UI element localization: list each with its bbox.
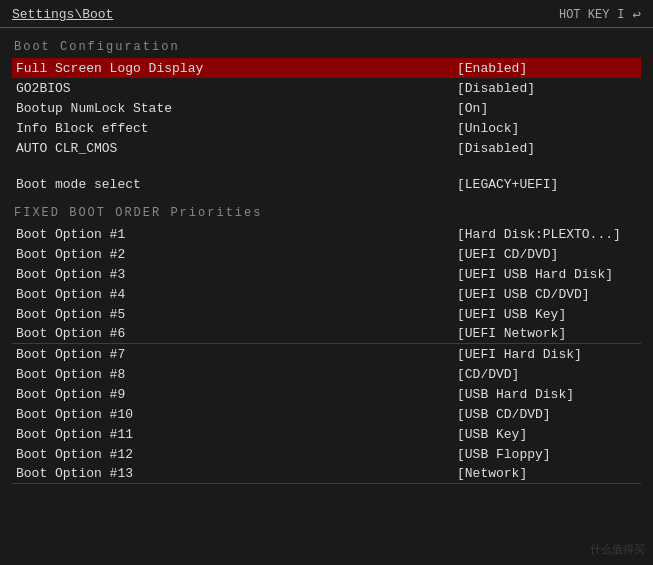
item-label-0-4: AUTO CLR_CMOS [16, 141, 457, 156]
item-label-2-1: Boot Option #2 [16, 247, 457, 262]
item-value-2-12: [Network] [457, 466, 637, 481]
item-label-2-10: Boot Option #11 [16, 427, 457, 442]
item-value-2-4: [UEFI USB Key] [457, 307, 637, 322]
item-label-2-4: Boot Option #5 [16, 307, 457, 322]
watermark: 什么值得买 [590, 542, 645, 557]
menu-item-2-3[interactable]: Boot Option #4[UEFI USB CD/DVD] [12, 284, 641, 304]
item-label-0-3: Info Block effect [16, 121, 457, 136]
item-label-2-8: Boot Option #9 [16, 387, 457, 402]
item-label-2-3: Boot Option #4 [16, 287, 457, 302]
item-label-2-5: Boot Option #6 [16, 326, 457, 341]
item-label-1-0: Boot mode select [16, 177, 457, 192]
menu-item-2-10[interactable]: Boot Option #11[USB Key] [12, 424, 641, 444]
item-label-2-7: Boot Option #8 [16, 367, 457, 382]
separator: I [617, 8, 624, 22]
menu-item-2-6[interactable]: Boot Option #7[UEFI Hard Disk] [12, 344, 641, 364]
menu-item-2-5[interactable]: Boot Option #6[UEFI Network] [12, 324, 641, 344]
menu-item-0-4[interactable]: AUTO CLR_CMOS[Disabled] [12, 138, 641, 158]
menu-item-2-11[interactable]: Boot Option #12[USB Floppy] [12, 444, 641, 464]
item-value-2-7: [CD/DVD] [457, 367, 637, 382]
breadcrumb[interactable]: Settings\Boot [12, 7, 113, 22]
menu-item-2-2[interactable]: Boot Option #3[UEFI USB Hard Disk] [12, 264, 641, 284]
menu-item-2-4[interactable]: Boot Option #5[UEFI USB Key] [12, 304, 641, 324]
menu-item-0-0[interactable]: Full Screen Logo Display[Enabled] [12, 58, 641, 78]
section-title-2: FIXED BOOT ORDER Priorities [12, 206, 641, 220]
item-label-0-1: GO2BIOS [16, 81, 457, 96]
menu-item-2-0[interactable]: Boot Option #1[Hard Disk:PLEXTO...] [12, 224, 641, 244]
menu-item-0-3[interactable]: Info Block effect[Unlock] [12, 118, 641, 138]
item-value-2-6: [UEFI Hard Disk] [457, 347, 637, 362]
item-value-2-9: [USB CD/DVD] [457, 407, 637, 422]
menu-item-2-1[interactable]: Boot Option #2[UEFI CD/DVD] [12, 244, 641, 264]
item-label-2-9: Boot Option #10 [16, 407, 457, 422]
item-label-0-2: Bootup NumLock State [16, 101, 457, 116]
item-label-2-6: Boot Option #7 [16, 347, 457, 362]
item-value-2-2: [UEFI USB Hard Disk] [457, 267, 637, 282]
item-value-2-10: [USB Key] [457, 427, 637, 442]
back-icon[interactable]: ↩ [633, 6, 641, 23]
section-title-0: Boot Configuration [12, 40, 641, 54]
item-value-0-4: [Disabled] [457, 141, 637, 156]
menu-item-1-0[interactable]: Boot mode select[LEGACY+UEFI] [12, 174, 641, 194]
menu-item-2-7[interactable]: Boot Option #8[CD/DVD] [12, 364, 641, 384]
item-value-2-5: [UEFI Network] [457, 326, 637, 341]
item-value-1-0: [LEGACY+UEFI] [457, 177, 637, 192]
item-value-0-0: [Enabled] [457, 61, 637, 76]
item-label-2-0: Boot Option #1 [16, 227, 457, 242]
item-value-0-2: [On] [457, 101, 637, 116]
hotkey-label: HOT KEY [559, 8, 609, 22]
item-label-0-0: Full Screen Logo Display [16, 61, 457, 76]
menu-item-2-12[interactable]: Boot Option #13[Network] [12, 464, 641, 484]
item-label-2-12: Boot Option #13 [16, 466, 457, 481]
item-value-2-11: [USB Floppy] [457, 447, 637, 462]
item-label-2-11: Boot Option #12 [16, 447, 457, 462]
item-value-0-3: [Unlock] [457, 121, 637, 136]
menu-item-2-9[interactable]: Boot Option #10[USB CD/DVD] [12, 404, 641, 424]
top-bar: Settings\Boot HOT KEY I ↩ [0, 0, 653, 28]
main-content: Boot ConfigurationFull Screen Logo Displ… [0, 28, 653, 492]
item-value-2-3: [UEFI USB CD/DVD] [457, 287, 637, 302]
menu-item-0-1[interactable]: GO2BIOS[Disabled] [12, 78, 641, 98]
menu-item-2-8[interactable]: Boot Option #9[USB Hard Disk] [12, 384, 641, 404]
item-value-0-1: [Disabled] [457, 81, 637, 96]
hotkey-area: HOT KEY I ↩ [559, 6, 641, 23]
item-value-2-0: [Hard Disk:PLEXTO...] [457, 227, 637, 242]
item-label-2-2: Boot Option #3 [16, 267, 457, 282]
menu-item-0-2[interactable]: Bootup NumLock State[On] [12, 98, 641, 118]
item-value-2-8: [USB Hard Disk] [457, 387, 637, 402]
item-value-2-1: [UEFI CD/DVD] [457, 247, 637, 262]
